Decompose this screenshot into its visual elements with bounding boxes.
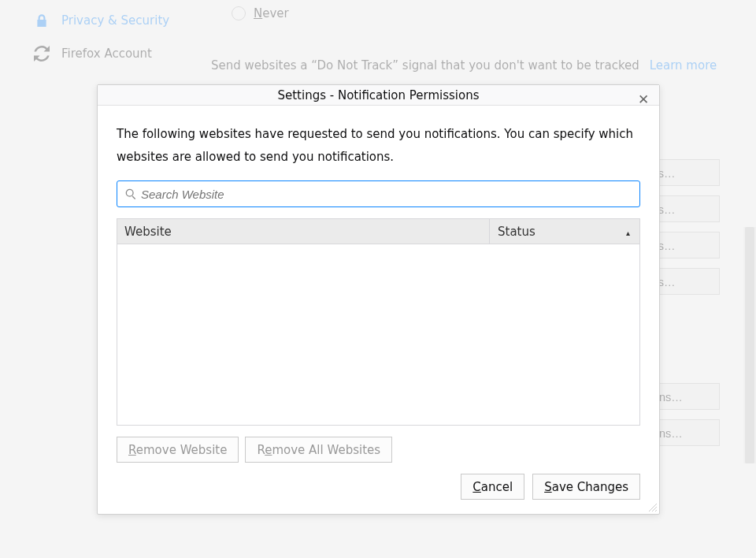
search-field-wrap[interactable] <box>117 180 640 207</box>
dialog-body: The following websites have requested to… <box>98 106 659 463</box>
modal-overlay: Settings - Notification Permissions ✕ Th… <box>0 0 756 558</box>
dialog-header: Settings - Notification Permissions ✕ <box>98 85 659 106</box>
remove-website-button[interactable]: Remove Website <box>117 437 239 463</box>
dialog-title: Settings - Notification Permissions <box>277 88 479 102</box>
save-changes-button[interactable]: Save Changes <box>532 474 640 500</box>
column-header-website[interactable]: Website <box>117 225 489 239</box>
sort-ascending-icon: ▴ <box>626 229 630 237</box>
cancel-button[interactable]: Cancel <box>461 474 524 500</box>
search-input[interactable] <box>141 188 632 201</box>
table-header: Website Status ▴ <box>117 218 640 244</box>
column-header-status[interactable]: Status ▴ <box>489 219 639 244</box>
table-body <box>117 244 640 426</box>
dialog-footer: Cancel Save Changes <box>98 463 659 514</box>
notification-permissions-dialog: Settings - Notification Permissions ✕ Th… <box>97 84 660 515</box>
resize-grip-icon[interactable] <box>648 503 658 512</box>
remove-all-websites-button[interactable]: Remove All Websites <box>245 437 392 463</box>
dialog-remove-actions: Remove Website Remove All Websites <box>117 437 640 463</box>
close-icon: ✕ <box>638 91 649 107</box>
close-button[interactable]: ✕ <box>632 88 654 110</box>
search-icon <box>125 188 136 199</box>
dialog-description: The following websites have requested to… <box>117 123 640 168</box>
